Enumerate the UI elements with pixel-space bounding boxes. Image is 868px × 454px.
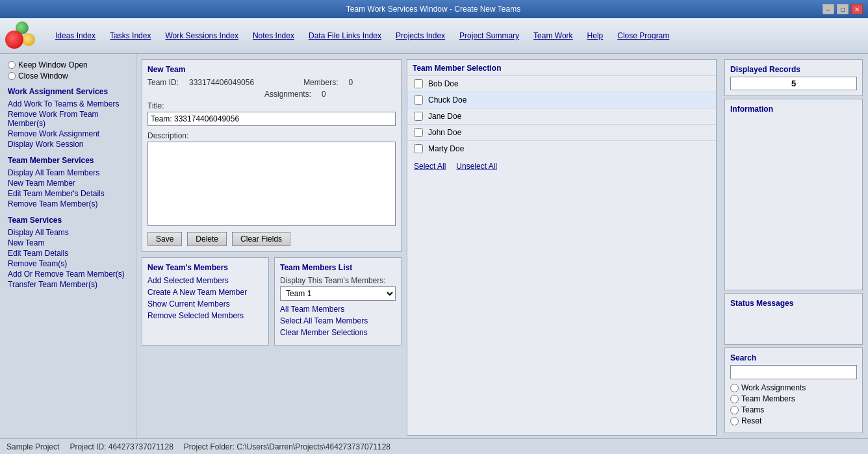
- new-team-title: New Team: [147, 65, 396, 74]
- team-id-value: 333174406049056: [189, 78, 254, 87]
- save-button[interactable]: Save: [147, 232, 182, 246]
- member-chuck-doe[interactable]: Chuck Doe: [407, 92, 716, 108]
- sidebar-edit-member-details[interactable]: Edit Team Member's Details: [8, 188, 128, 199]
- select-all-team-members-link[interactable]: Select All Team Members: [280, 316, 396, 325]
- menu-bar: Ideas Index Tasks Index Work Sessions In…: [0, 18, 868, 54]
- member-jane-doe-checkbox[interactable]: [414, 112, 423, 121]
- search-teams-radio[interactable]: Teams: [730, 405, 857, 414]
- sidebar-transfer-members[interactable]: Transfer Team Member(s): [8, 279, 128, 290]
- maximize-button[interactable]: □: [837, 4, 849, 14]
- center-content: New Team Team ID: 333174406049056 Member…: [136, 54, 407, 438]
- show-current-members-link[interactable]: Show Current Members: [147, 299, 263, 309]
- keep-window-open-input[interactable]: [8, 61, 16, 69]
- all-team-members-link[interactable]: All Team Members: [280, 305, 396, 314]
- sidebar-display-all-members[interactable]: Display All Team Members: [8, 168, 128, 178]
- remove-selected-members-link[interactable]: Remove Selected Members: [147, 311, 263, 320]
- sidebar-add-remove-members[interactable]: Add Or Remove Team Member(s): [8, 269, 128, 279]
- sidebar-add-work[interactable]: Add Work To Teams & Members: [8, 99, 128, 109]
- menu-close-program[interactable]: Close Program: [615, 30, 671, 42]
- member-bob-doe-checkbox[interactable]: [414, 79, 423, 88]
- sidebar-new-team-member[interactable]: New Team Member: [8, 178, 128, 188]
- new-team-members-panel: New Team's Members Add Selected Members …: [142, 257, 269, 346]
- close-window-input[interactable]: [8, 72, 16, 80]
- member-chuck-doe-checkbox[interactable]: [414, 95, 423, 105]
- menu-project-summary[interactable]: Project Summary: [457, 30, 521, 42]
- member-john-doe[interactable]: John Doe: [407, 124, 716, 140]
- close-button[interactable]: ✕: [851, 4, 863, 14]
- search-reset-label: Reset: [741, 416, 761, 425]
- search-input[interactable]: [730, 365, 857, 379]
- status-project-name: Sample Project: [6, 442, 59, 451]
- menu-tasks-index[interactable]: Tasks Index: [108, 30, 153, 42]
- sidebar-remove-teams[interactable]: Remove Team(s): [8, 259, 128, 269]
- title-input[interactable]: [147, 112, 396, 126]
- logo-yellow-circle: [22, 33, 35, 46]
- team-member-selection-panel: Team Member Selection Bob Doe Chuck Doe …: [407, 59, 717, 436]
- search-work-assignments-input[interactable]: [730, 384, 739, 392]
- clear-fields-button[interactable]: Clear Fields: [232, 232, 290, 246]
- menu-help[interactable]: Help: [585, 30, 606, 42]
- clear-member-selections-link[interactable]: Clear Member Selections: [280, 328, 396, 337]
- minimize-button[interactable]: –: [823, 4, 834, 14]
- sidebar-new-team[interactable]: New Team: [8, 238, 128, 248]
- team-members-list-panel: Team Members List Display This Team's Me…: [274, 257, 402, 346]
- select-all-button[interactable]: Select All: [414, 162, 446, 171]
- sidebar-display-all-teams[interactable]: Display All Teams: [8, 227, 128, 238]
- displayed-records-title: Displayed Records: [730, 65, 857, 74]
- sidebar-remove-work-from-member[interactable]: Remove Work From Team Member(s): [8, 109, 128, 129]
- team-id-label: Team ID:: [147, 78, 179, 87]
- menu-projects-index[interactable]: Projects Index: [394, 30, 447, 42]
- team-dropdown[interactable]: Team 1 Team 2 Team 3: [280, 286, 396, 301]
- sidebar-display-work-session[interactable]: Display Work Session: [8, 139, 128, 149]
- form-buttons: Save Delete Clear Fields: [147, 232, 396, 246]
- search-panel: Search Work Assignments Team Members Tea…: [724, 347, 863, 433]
- team-id-row: Team ID: 333174406049056 Members: 0: [147, 78, 396, 87]
- unselect-all-button[interactable]: Unselect All: [456, 162, 497, 171]
- menu-data-file-links[interactable]: Data File Links Index: [307, 30, 383, 42]
- close-window-radio[interactable]: Close Window: [8, 71, 128, 81]
- search-title: Search: [730, 353, 857, 362]
- add-selected-members-link[interactable]: Add Selected Members: [147, 276, 263, 285]
- menu-team-work[interactable]: Team Work: [531, 30, 574, 42]
- member-marty-doe[interactable]: Marty Doe: [407, 140, 716, 157]
- search-teams-input[interactable]: [730, 406, 739, 414]
- search-work-assignments-radio[interactable]: Work Assignments: [730, 383, 857, 392]
- keep-window-open-radio[interactable]: Keep Window Open: [8, 60, 128, 69]
- member-bob-doe[interactable]: Bob Doe: [407, 75, 716, 92]
- search-reset-radio[interactable]: Reset: [730, 416, 857, 425]
- member-selection-title: Team Member Selection: [407, 60, 716, 75]
- sidebar-remove-work-assignment[interactable]: Remove Work Assignment: [8, 129, 128, 139]
- title-field-label: Title:: [147, 101, 396, 110]
- menu-work-sessions-index[interactable]: Work Sessions Index: [163, 30, 240, 42]
- member-jane-doe[interactable]: Jane Doe: [407, 108, 716, 124]
- menu-ideas-index[interactable]: Ideas Index: [53, 30, 97, 42]
- search-team-members-radio[interactable]: Team Members: [730, 394, 857, 403]
- assignments-value: 0: [322, 90, 326, 99]
- team-members-list-title: Team Members List: [280, 263, 396, 272]
- search-team-members-input[interactable]: [730, 395, 739, 403]
- menu-notes-index[interactable]: Notes Index: [251, 30, 296, 42]
- description-textarea[interactable]: [147, 142, 396, 226]
- member-marty-doe-checkbox[interactable]: [414, 144, 423, 153]
- new-team-members-title: New Team's Members: [147, 263, 263, 272]
- team-dropdown-row: Team 1 Team 2 Team 3: [280, 286, 396, 301]
- member-john-doe-label: John Doe: [428, 128, 461, 137]
- search-reset-input[interactable]: [730, 417, 739, 425]
- search-work-assignments-label: Work Assignments: [741, 383, 806, 392]
- sidebar-edit-team-details[interactable]: Edit Team Details: [8, 248, 128, 259]
- members-value: 0: [348, 78, 353, 87]
- right-controls-col: Displayed Records 5 Information Status M…: [722, 54, 868, 438]
- status-bar: Sample Project Project ID: 4642737370711…: [0, 438, 868, 454]
- members-label: Members:: [303, 78, 338, 87]
- status-messages-title: Status Messages: [730, 299, 857, 308]
- main-container: Keep Window Open Close Window Work Assig…: [0, 54, 868, 438]
- delete-button[interactable]: Delete: [187, 232, 227, 246]
- member-john-doe-checkbox[interactable]: [414, 128, 423, 137]
- app-logo: [5, 21, 38, 51]
- displayed-records-panel: Displayed Records 5: [724, 59, 863, 96]
- status-messages-panel: Status Messages: [724, 293, 863, 345]
- title-bar-controls: – □ ✕: [823, 4, 863, 14]
- sidebar-remove-team-members[interactable]: Remove Team Member(s): [8, 199, 128, 209]
- work-assignment-services-title: Work Assignment Services: [8, 87, 128, 96]
- create-new-team-member-link[interactable]: Create A New Team Member: [147, 288, 263, 297]
